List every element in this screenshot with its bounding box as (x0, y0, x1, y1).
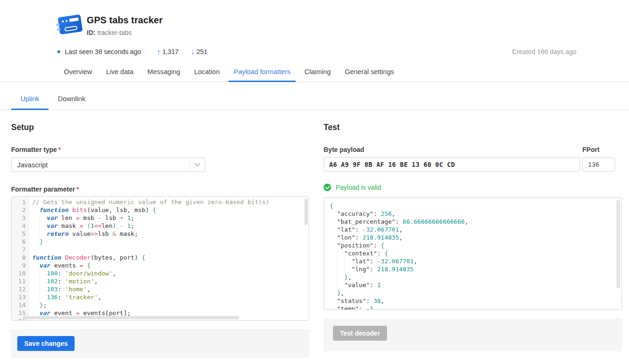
downlink-arrow-icon: ↓ (191, 48, 195, 55)
test-band: Test decoder (324, 318, 622, 351)
payload-valid-text: Payload is valid (336, 184, 381, 191)
device-id-value: tracker-tabs (97, 29, 132, 36)
test-decoder-button[interactable]: Test decoder (333, 326, 387, 341)
decoder-output-json: { "accuracy": 256, "bat_percentage": 66.… (330, 202, 622, 310)
editor-vertical-scrollbar[interactable] (304, 198, 308, 225)
output-vertical-scrollbar[interactable] (616, 200, 620, 288)
save-changes-button[interactable]: Save changes (17, 336, 75, 351)
formatter-type-select[interactable]: Javascript (11, 158, 205, 172)
formatter-subtabs: Uplink Downlink (0, 82, 629, 110)
status-dot-icon (57, 50, 60, 53)
tab-location[interactable]: Location (189, 68, 225, 82)
downlink-count: 251 (197, 48, 207, 55)
device-tabs: Overview Live data Messaging Location Pa… (59, 68, 403, 82)
status-row: Last seen 38 seconds ago ↑ 1,317 ↓ 251 (57, 48, 207, 55)
uplink-arrow-icon: ↑ (157, 48, 160, 55)
device-icon (58, 14, 83, 34)
formatter-type-label: Formatter type* (11, 146, 309, 154)
created-text: Created 166 days ago (512, 48, 576, 55)
test-heading: Test (324, 123, 622, 132)
check-circle-icon (324, 184, 331, 191)
byte-payload-input[interactable] (324, 157, 580, 172)
fport-label: FPort (582, 146, 615, 153)
byte-payload-label: Byte payload (324, 146, 364, 153)
payload-formatter-content: Setup Formatter type* Javascript Formatt… (0, 110, 629, 358)
chevron-down-icon (194, 160, 200, 166)
test-column: Test Byte payload FPort Payload is valid… (324, 110, 622, 358)
required-marker: * (58, 146, 61, 153)
tab-overview[interactable]: Overview (59, 68, 97, 82)
select-divider (190, 160, 205, 169)
editor-horizontal-scrollbar[interactable] (23, 316, 239, 319)
subtab-uplink[interactable]: Uplink (11, 82, 48, 110)
title-block: GPS tabs tracker ID:tracker-tabs (87, 15, 163, 36)
uplink-count: 1,317 (162, 48, 179, 55)
test-inputs-row (324, 157, 622, 172)
subtab-downlink[interactable]: Downlink (48, 82, 95, 110)
test-labels-row: Byte payload FPort (324, 132, 622, 153)
payload-valid-row: Payload is valid (324, 184, 622, 191)
device-id-label: ID: (87, 29, 96, 36)
tab-payload-formatters[interactable]: Payload formatters (228, 68, 296, 82)
tab-messaging[interactable]: Messaging (142, 68, 185, 82)
setup-column: Setup Formatter type* Javascript Formatt… (11, 110, 309, 358)
decoder-output-box: { "accuracy": 256, "bat_percentage": 66.… (324, 197, 622, 310)
page-title: GPS tabs tracker (87, 15, 163, 26)
fport-input[interactable] (582, 157, 615, 172)
editor-gutter: 12345678910111213141516 (12, 197, 29, 320)
tab-general-settings[interactable]: General settings (339, 68, 399, 82)
tab-claiming[interactable]: Claiming (299, 68, 336, 82)
formatter-parameter-label: Formatter parameter* (11, 185, 309, 193)
setup-heading: Setup (11, 123, 309, 132)
formatter-type-value: Javascript (12, 161, 190, 169)
editor-code-area[interactable]: // Gets the unsigned numeric value of th… (29, 197, 309, 320)
last-seen-text: Last seen 38 seconds ago (65, 48, 141, 55)
formatter-parameter-editor[interactable]: 12345678910111213141516 // Gets the unsi… (11, 196, 309, 321)
tab-live-data[interactable]: Live data (101, 68, 138, 82)
save-band: Save changes (11, 329, 309, 358)
required-marker: * (76, 185, 79, 193)
device-header: GPS tabs tracker ID:tracker-tabs Last se… (0, 0, 629, 82)
device-id-row: ID:tracker-tabs (87, 29, 163, 36)
